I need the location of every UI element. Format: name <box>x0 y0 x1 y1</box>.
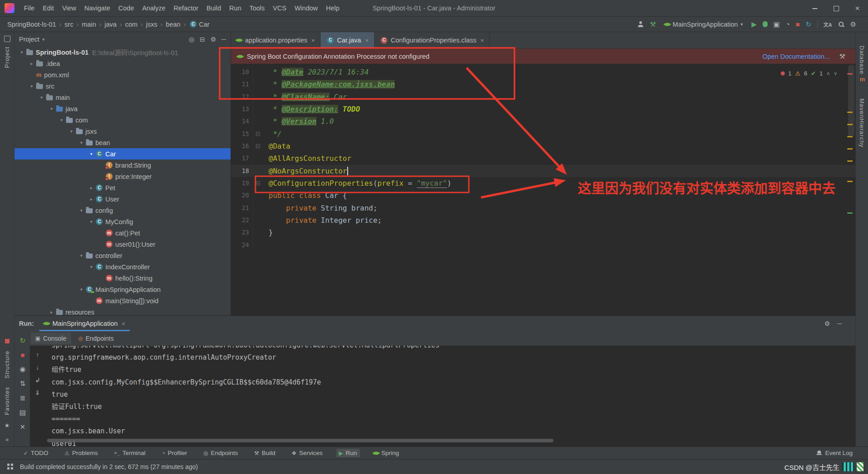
hide-panel-icon[interactable]: ─ <box>837 320 842 327</box>
menu-refactor[interactable]: Refactor <box>170 0 203 16</box>
up-stack-icon[interactable]: ↑ <box>36 351 39 358</box>
next-issue-icon[interactable]: ∨ <box>834 70 837 76</box>
editor-area[interactable]: application.properties×CCar.java×CConfig… <box>231 32 855 315</box>
chevron-down-icon[interactable]: ▾ <box>78 140 85 145</box>
panel-settings-icon[interactable]: ⚙ <box>211 36 217 43</box>
toolwindow-terminal[interactable]: >_Terminal <box>112 449 148 457</box>
toolwindow-spring[interactable]: Spring <box>371 449 402 457</box>
breadcrumb-item[interactable]: com <box>125 21 137 28</box>
tab-car-java[interactable]: CCar.java× <box>321 32 374 48</box>
tree-item-com[interactable]: ▾com <box>14 114 231 126</box>
error-stripe-mark[interactable] <box>847 73 853 75</box>
chevron-down-icon[interactable]: ▾ <box>78 208 85 213</box>
toolwindow-endpoints[interactable]: ◎Endpoints <box>201 449 241 457</box>
breadcrumb-item[interactable]: main <box>82 21 96 28</box>
user-account-icon[interactable] <box>637 21 644 27</box>
chevron-down-icon[interactable]: ▾ <box>88 151 95 156</box>
error-stripe-mark[interactable] <box>847 124 853 125</box>
close-tab-icon[interactable]: × <box>311 37 315 44</box>
favorites-star-icon[interactable]: ★ <box>5 422 10 429</box>
breadcrumb-item[interactable]: src <box>65 21 73 28</box>
tree-item-brand-string[interactable]: fbrand:String <box>14 160 231 171</box>
close-tab-icon[interactable]: × <box>365 37 369 44</box>
chevron-down-icon[interactable]: ▾ <box>58 117 65 122</box>
chevron-down-icon[interactable]: ▾ <box>18 50 25 55</box>
run-icon[interactable]: ▶ <box>751 21 757 28</box>
stripe-label-favorites[interactable]: Favorites <box>4 387 10 415</box>
stop-icon[interactable]: ■ <box>796 21 800 28</box>
chevron-down-icon[interactable]: ▾ <box>88 219 95 224</box>
stripe-label-project[interactable]: Project <box>4 47 10 68</box>
tree-item--idea[interactable]: ▸.idea <box>14 58 231 69</box>
view-tab-endpoints[interactable]: ◎Endpoints <box>74 333 118 344</box>
tree-item-car[interactable]: ▾CCar <box>14 148 231 160</box>
search-icon[interactable] <box>838 21 844 28</box>
chevron-down-icon[interactable]: ▾ <box>42 37 45 42</box>
toolwindow-services[interactable]: ❖Services <box>289 449 326 457</box>
run-toolwindow-icon[interactable] <box>5 339 9 343</box>
toolwindow-profiler[interactable]: ◔Profiler <box>159 449 190 457</box>
breadcrumb-item[interactable]: bean <box>166 21 180 28</box>
tree-item-java[interactable]: ▾java <box>14 103 231 114</box>
tree-item-controller[interactable]: ▾controller <box>14 250 231 261</box>
event-log-button[interactable]: Event Log <box>816 450 853 456</box>
scroll-to-end-icon[interactable]: ≣ <box>20 394 26 402</box>
more-tool-windows-icon[interactable]: » <box>5 436 9 443</box>
breadcrumb-item[interactable]: CCar <box>189 21 209 28</box>
chevron-right-icon[interactable]: ▸ <box>48 310 55 314</box>
stripe-label-database[interactable]: Database <box>859 46 865 75</box>
locate-file-icon[interactable]: ◎ <box>189 36 194 43</box>
prev-issue-icon[interactable]: ∧ <box>826 70 830 76</box>
maximize-button[interactable] <box>826 0 847 17</box>
tree-item-pom-xml[interactable]: mpom.xml <box>14 69 231 80</box>
toolwindow-todo[interactable]: ✓TODO <box>21 449 51 457</box>
rerun-icon[interactable]: ↻ <box>20 337 26 345</box>
tree-item-cat-pet[interactable]: mcat():Pet <box>14 227 231 239</box>
wrench-icon[interactable]: ⚒ <box>840 52 845 61</box>
chevron-down-icon[interactable]: ▾ <box>88 264 95 269</box>
scroll-down-icon[interactable]: ⇓ <box>35 389 40 396</box>
tree-item-pet[interactable]: ▸CPet <box>14 182 231 193</box>
breadcrumb-item[interactable]: SpringBoot-ls-01 <box>7 21 56 28</box>
clear-all-icon[interactable]: ✕ <box>20 423 26 431</box>
tree-item-price-integer[interactable]: fprice:Integer <box>14 171 231 182</box>
chevron-down-icon[interactable]: ▾ <box>38 95 45 100</box>
tab-application-properties[interactable]: application.properties× <box>231 32 321 48</box>
tree-item-src[interactable]: ▾src <box>14 80 231 92</box>
chevron-down-icon[interactable]: ▾ <box>48 106 55 111</box>
tab-configurationproperties-class[interactable]: CConfigurationProperties.class× <box>374 32 490 48</box>
stripe-label-structure[interactable]: Structure <box>4 351 10 379</box>
chevron-down-icon[interactable]: ▾ <box>78 287 85 292</box>
hide-panel-icon[interactable]: ─ <box>222 36 226 43</box>
settings-gear-icon[interactable]: ⚙ <box>850 21 856 28</box>
fold-icon[interactable]: − <box>256 144 260 148</box>
menu-navigate[interactable]: Navigate <box>80 0 114 16</box>
menu-build[interactable]: Build <box>203 0 225 16</box>
toolwindow-problems[interactable]: ⚠Problems <box>62 449 101 457</box>
menu-edit[interactable]: Edit <box>38 0 58 16</box>
chevron-right-icon[interactable]: ▸ <box>88 185 95 190</box>
collapse-all-icon[interactable]: ⊟ <box>200 36 205 43</box>
open-documentation-link[interactable]: Open Documentation... <box>762 53 830 60</box>
tree-item-bean[interactable]: ▾bean <box>14 137 231 148</box>
menu-help[interactable]: Help <box>322 0 344 16</box>
stripe-label-hierarchy[interactable]: Hierarchy <box>859 118 865 148</box>
menu-file[interactable]: File <box>20 0 38 16</box>
tree-item-resources[interactable]: ▸resources <box>14 306 231 315</box>
menu-code[interactable]: Code <box>114 0 138 16</box>
close-tab-icon[interactable]: × <box>481 37 484 44</box>
menu-run[interactable]: Run <box>225 0 245 16</box>
chevron-down-icon[interactable]: ▾ <box>28 84 35 89</box>
menu-analyze[interactable]: Analyze <box>138 0 170 16</box>
console-output[interactable]: spring.servlet.multipart-org.springframe… <box>46 346 855 446</box>
close-tab-icon[interactable]: × <box>122 320 125 327</box>
run-tab[interactable]: MainSpringApplication × <box>39 316 130 331</box>
fold-icon[interactable]: − <box>256 132 260 136</box>
debug-icon[interactable] <box>763 21 768 27</box>
tree-item-user[interactable]: ▸CUser <box>14 193 231 205</box>
coverage-icon[interactable]: ▣ <box>774 21 780 28</box>
error-stripe-mark[interactable] <box>847 148 853 150</box>
inspection-widget[interactable]: 1 ⚠ 6 ✔ 1 ∧ ∨ <box>781 70 837 77</box>
toolwindow-run[interactable]: ▶Run <box>336 449 360 457</box>
breadcrumb-item[interactable]: jsxs <box>146 21 157 28</box>
